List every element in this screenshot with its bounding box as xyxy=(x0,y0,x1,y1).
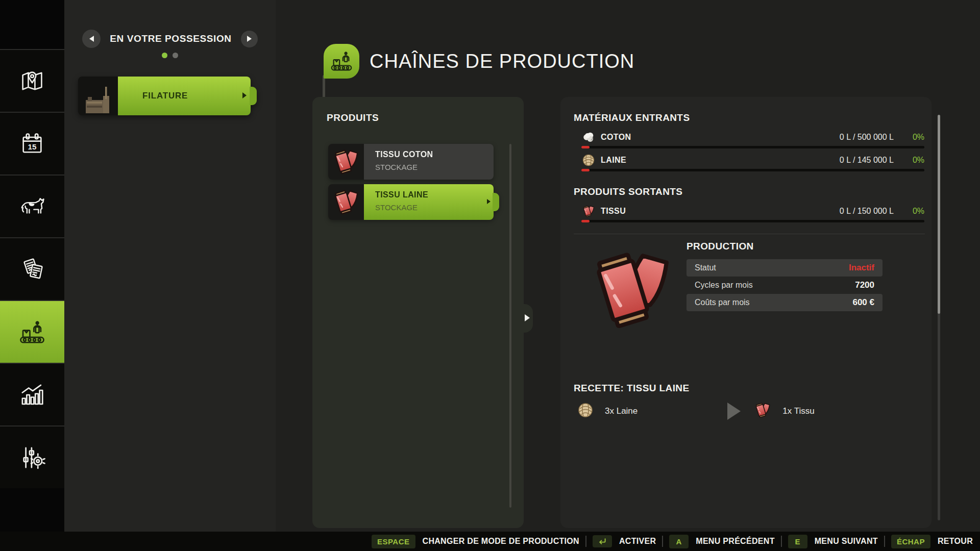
panel-expand-tab[interactable] xyxy=(522,304,533,333)
key-e: E xyxy=(788,535,807,548)
calendar-icon: 15 xyxy=(19,131,45,157)
production-chains-icon xyxy=(324,44,359,79)
card-bump xyxy=(493,193,499,211)
chevron-right-icon xyxy=(242,92,247,98)
hotkey-bar: ESPACE CHANGER DE MODE DE PRODUCTION ACT… xyxy=(0,532,980,551)
hotkey-label: RETOUR xyxy=(938,537,973,546)
material-percent: 0% xyxy=(894,156,924,165)
card-bump xyxy=(250,87,257,105)
product-status: STOCKAGE xyxy=(375,163,494,171)
materials-in-heading: MATÉRIAUX ENTRANTS xyxy=(574,112,690,123)
fabric-icon xyxy=(754,402,771,421)
costs-label: Coûts par mois xyxy=(695,298,750,307)
separator xyxy=(781,536,782,547)
production-heading: PRODUCTION xyxy=(687,241,754,252)
sidebar-item-animals[interactable] xyxy=(0,174,64,237)
cycles-row: Cycles par mois 7200 xyxy=(687,277,883,294)
hotkey-label: MENU SUIVANT xyxy=(815,537,878,546)
sidebar-item-production[interactable] xyxy=(0,300,64,363)
chevron-left-icon xyxy=(89,36,94,42)
products-out-heading: PRODUITS SORTANTS xyxy=(574,186,682,197)
enter-key-icon xyxy=(593,535,612,547)
cow-icon xyxy=(18,193,46,220)
status-row: Statut Inactif xyxy=(687,259,883,277)
page-header: CHAÎNES DE PRODUCTION xyxy=(324,44,634,79)
hotkey-label: MENU PRÉCÉDENT xyxy=(696,537,774,546)
material-fill-level: 0 L / 500 000 L xyxy=(840,133,894,142)
production-icon xyxy=(18,318,46,346)
key-space: ESPACE xyxy=(372,535,415,548)
product-name: TISSU LAINE xyxy=(375,190,494,199)
material-label: COTON xyxy=(601,133,631,142)
sidebar-item-settings[interactable] xyxy=(0,425,64,488)
sidebar: 15 xyxy=(0,0,64,551)
owned-production-filature[interactable]: FILATURE xyxy=(78,77,251,115)
products-heading: PRODUITS xyxy=(327,112,379,123)
product-item-tissu-coton[interactable]: TISSU COTON STOCKAGE xyxy=(328,144,494,180)
production-chains-screen: 15 xyxy=(0,0,980,551)
wool-icon xyxy=(581,154,595,167)
recipe-row: 3x Laine 1x Tissu xyxy=(577,402,914,420)
production-status-table: Statut Inactif Cycles par mois 7200 Coût… xyxy=(687,259,883,311)
chevron-right-icon xyxy=(487,199,491,204)
details-scrollbar-thumb[interactable] xyxy=(938,115,940,314)
products-scrollbar[interactable] xyxy=(509,144,511,508)
costs-row: Coûts par mois 600 € xyxy=(687,294,883,311)
fabric-icon xyxy=(581,205,595,218)
hotkey-back: ÉCHAP RETOUR xyxy=(891,535,973,548)
page-title: CHAÎNES DE PRODUCTION xyxy=(370,51,634,72)
recipe-heading: RECETTE: TISSU LAINE xyxy=(574,383,690,394)
material-label: LAINE xyxy=(601,156,626,165)
wool-icon xyxy=(577,402,594,420)
hotkey-menu-next: E MENU SUIVANT xyxy=(788,535,878,548)
material-progress-bar xyxy=(581,169,924,171)
contracts-icon xyxy=(18,256,46,283)
sidebar-item-contracts[interactable] xyxy=(0,237,64,300)
key-escape: ÉCHAP xyxy=(891,535,930,548)
sidebar-item-map[interactable] xyxy=(0,49,64,112)
costs-value: 600 € xyxy=(852,297,874,308)
progress-fill xyxy=(581,169,590,171)
fabric-icon xyxy=(328,144,364,180)
material-label: TISSU xyxy=(601,207,626,216)
hotkey-menu-previous: A MENU PRÉCÉDENT xyxy=(669,535,774,548)
hotkey-activate: ACTIVER xyxy=(593,535,656,547)
hotkey-label: CHANGER DE MODE DE PRODUCTION xyxy=(423,537,579,546)
production-thumbnail xyxy=(78,77,118,115)
material-fill-level: 0 L / 150 000 L xyxy=(840,207,894,216)
hotkey-change-mode: ESPACE CHANGER DE MODE DE PRODUCTION xyxy=(372,535,579,548)
fabric-icon xyxy=(328,184,364,220)
status-label: Statut xyxy=(695,263,716,272)
material-row-tissu: TISSU 0 L / 150 000 L 0% xyxy=(581,204,924,219)
progress-fill xyxy=(581,220,590,222)
cycles-label: Cycles par mois xyxy=(695,281,753,290)
hotkey-label: ACTIVER xyxy=(619,537,656,546)
chevron-right-icon xyxy=(525,314,530,321)
recipe-output: 1x Tissu xyxy=(782,406,814,416)
chevron-right-icon xyxy=(247,36,252,42)
separator xyxy=(662,536,663,547)
possession-next-button[interactable] xyxy=(241,31,258,47)
page-dot xyxy=(173,53,178,58)
divider xyxy=(574,234,925,234)
product-status: STOCKAGE xyxy=(375,203,494,212)
sidebar-item-calendar[interactable]: 15 xyxy=(0,112,64,174)
sidebar-item-statistics[interactable] xyxy=(0,363,64,425)
status-value-inactive: Inactif xyxy=(849,263,874,273)
possession-panel: EN VOTRE POSSESSION FILATURE xyxy=(64,0,276,532)
cycles-value: 7200 xyxy=(855,280,874,290)
arrow-right-icon xyxy=(727,403,741,420)
calendar-day: 15 xyxy=(28,142,37,151)
settings-sliders-icon xyxy=(18,444,46,471)
recipe-input: 3x Laine xyxy=(605,406,638,416)
material-row-coton: COTON 0 L / 500 000 L 0% xyxy=(581,130,924,145)
material-row-laine: LAINE 0 L / 145 000 L 0% xyxy=(581,153,924,168)
statistics-icon xyxy=(18,381,46,409)
product-item-tissu-laine-selected[interactable]: TISSU LAINE STOCKAGE xyxy=(328,184,494,220)
material-fill-level: 0 L / 145 000 L xyxy=(840,156,894,165)
material-percent: 0% xyxy=(894,207,924,216)
possession-prev-button[interactable] xyxy=(82,30,101,48)
selected-product-image xyxy=(587,244,675,338)
production-name: FILATURE xyxy=(142,91,188,101)
separator xyxy=(585,536,586,547)
